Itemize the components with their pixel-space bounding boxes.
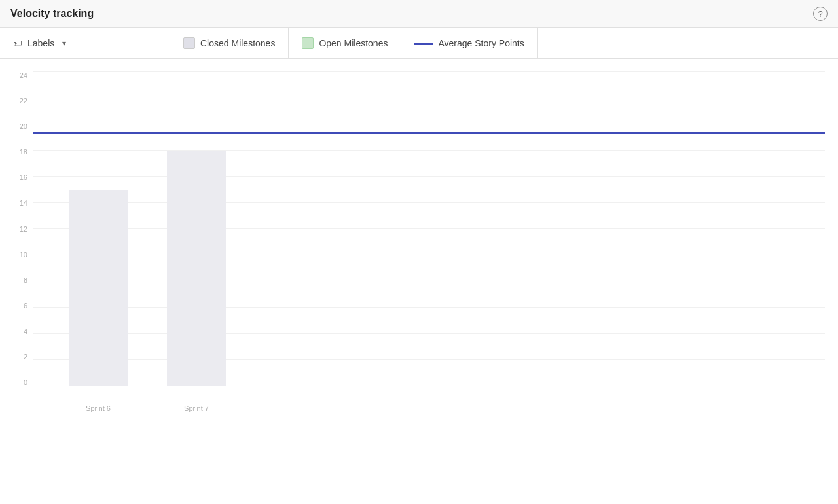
page-header: Velocity tracking ? (0, 0, 838, 28)
grid-line (33, 98, 825, 98)
help-icon[interactable]: ? (813, 7, 828, 21)
closed-milestones-legend: Closed Milestones (170, 28, 289, 58)
y-axis-label: 20 (0, 123, 33, 130)
average-story-points-legend: Average Story Points (401, 28, 537, 58)
open-milestones-legend: Open Milestones (289, 28, 401, 58)
y-axis-label: 0 (0, 379, 33, 386)
grid-line (33, 307, 825, 308)
grid-line (33, 176, 825, 177)
grid-line (33, 150, 825, 151)
plot-area: Sprint 6Sprint 7 (33, 72, 825, 386)
y-axis-label: 16 (0, 174, 33, 181)
y-axis-label: 10 (0, 251, 33, 259)
page-title: Velocity tracking (10, 8, 94, 20)
chart-area: 024681012141618202224 Sprint 6Sprint 7 (0, 59, 838, 432)
y-axis-label: 2 (0, 353, 33, 361)
y-axis-label: 12 (0, 226, 33, 233)
y-axis-label: 14 (0, 200, 33, 207)
y-axis: 024681012141618202224 (0, 72, 33, 386)
y-axis-label: 22 (0, 98, 33, 105)
grid-line (33, 124, 825, 124)
grid-line (33, 228, 825, 229)
grid-line (33, 255, 825, 255)
grid-line (33, 359, 825, 360)
grid-line (33, 71, 825, 72)
closed-bar (167, 151, 226, 386)
y-axis-label: 4 (0, 328, 33, 335)
grid-line (33, 333, 825, 334)
x-axis-label: Sprint 7 (184, 405, 209, 412)
tag-icon: 🏷 (13, 38, 22, 48)
y-axis-label: 24 (0, 72, 33, 79)
labels-label: Labels (27, 38, 54, 48)
y-axis-label: 8 (0, 277, 33, 284)
open-milestones-label: Open Milestones (319, 38, 388, 48)
closed-swatch (183, 37, 195, 49)
average-story-points-line (33, 132, 825, 134)
average-line-swatch (414, 43, 433, 45)
labels-dropdown[interactable]: 🏷 Labels ▾ (0, 28, 170, 58)
closed-milestones-label: Closed Milestones (200, 38, 275, 48)
closed-bar (69, 190, 128, 386)
open-swatch (302, 37, 314, 49)
average-label: Average Story Points (438, 38, 524, 48)
grid-line (33, 202, 825, 203)
grid-line (33, 281, 825, 281)
y-axis-label: 18 (0, 149, 33, 156)
x-axis-label: Sprint 6 (86, 405, 111, 412)
legend-bar: 🏷 Labels ▾ Closed Milestones Open Milest… (0, 28, 838, 59)
chevron-down-icon: ▾ (62, 39, 66, 48)
grid-line (33, 386, 825, 386)
y-axis-label: 6 (0, 302, 33, 310)
